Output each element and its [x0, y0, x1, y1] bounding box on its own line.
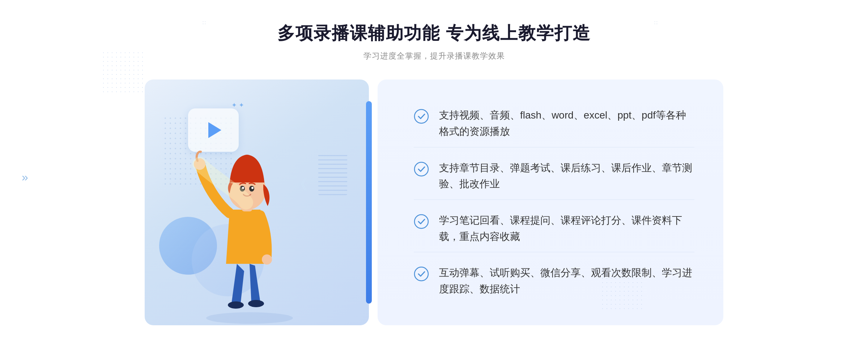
svg-point-12 — [414, 162, 428, 176]
svg-point-14 — [414, 267, 428, 281]
star-decoration: ✦ ✦ — [231, 101, 244, 109]
feature-text-1: 支持视频、音频、flash、word、excel、ppt、pdf等各种格式的资源… — [439, 107, 694, 140]
feature-item-2: 支持章节目录、弹题考试、课后练习、课后作业、章节测验、批改作业 — [414, 153, 694, 200]
page-title: 多项录播课辅助功能 专为线上教学打造 — [277, 22, 590, 45]
chevron-left-decoration: » — [22, 171, 28, 184]
check-icon-4 — [414, 266, 429, 282]
feature-item-4: 互动弹幕、试听购买、微信分享、观看次数限制、学习进度跟踪、数据统计 — [414, 258, 694, 305]
feature-text-2: 支持章节目录、弹题考试、课后练习、课后作业、章节测验、批改作业 — [439, 160, 694, 193]
svg-point-0 — [206, 312, 293, 324]
title-deco-right: ∷ — [654, 20, 658, 26]
check-icon-1 — [414, 109, 429, 124]
svg-point-4 — [262, 254, 272, 265]
person-illustration — [174, 130, 326, 325]
page-subtitle: 学习进度全掌握，提升录播课教学效果 — [277, 51, 590, 61]
features-panel: 支持视频、音频、flash、word、excel、ppt、pdf等各种格式的资源… — [378, 80, 723, 325]
feature-text-4: 互动弹幕、试听购买、微信分享、观看次数限制、学习进度跟踪、数据统计 — [439, 265, 694, 297]
feature-item-1: 支持视频、音频、flash、word、excel、ppt、pdf等各种格式的资源… — [414, 100, 694, 147]
page-container: ∷ ∷ 多项录播课辅助功能 专为线上教学打造 学习进度全掌握，提升录播课教学效果… — [0, 0, 868, 352]
svg-point-11 — [414, 110, 428, 123]
feature-text-3: 学习笔记回看、课程提问、课程评论打分、课件资料下载，重点内容收藏 — [439, 213, 694, 245]
dot-pattern-bottom-right — [600, 267, 644, 311]
svg-point-13 — [414, 215, 428, 228]
feature-item-3: 学习笔记回看、课程提问、课程评论打分、课件资料下载，重点内容收藏 — [414, 205, 694, 253]
svg-point-10 — [251, 187, 254, 189]
svg-point-1 — [228, 301, 244, 309]
dot-pattern-top-left — [101, 51, 145, 94]
check-icon-2 — [414, 162, 429, 177]
blue-accent-bar — [366, 101, 372, 304]
header-section: 多项录播课辅助功能 专为线上教学打造 学习进度全掌握，提升录播课教学效果 — [277, 22, 590, 61]
check-icon-3 — [414, 214, 429, 229]
svg-point-2 — [248, 300, 264, 307]
title-deco-left: ∷ — [203, 20, 207, 26]
illustration-panel: ✦ ✦ 《 — [145, 80, 369, 325]
